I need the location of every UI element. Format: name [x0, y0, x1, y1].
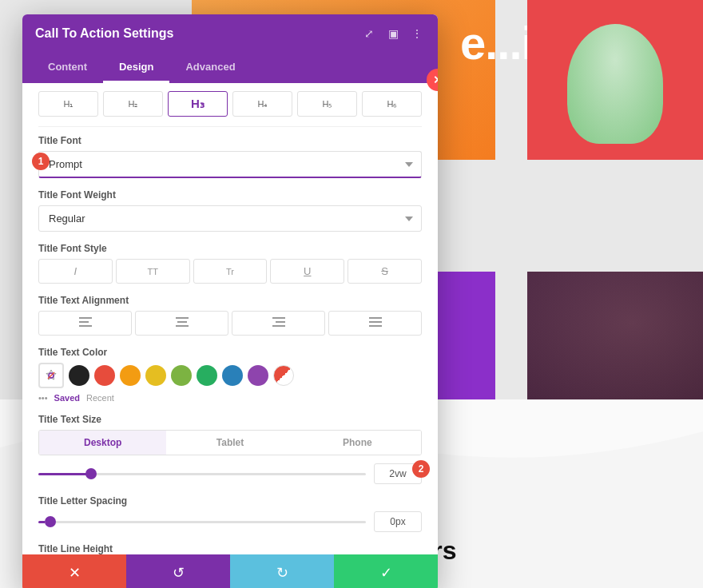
- modal-header: Call To Action Settings ⤢ ▣ ⋮: [22, 14, 438, 53]
- modal-tabs: Content Design Advanced: [22, 53, 438, 83]
- color-red[interactable]: [94, 365, 115, 386]
- title-font-select[interactable]: Prompt Roboto Open Sans: [38, 151, 422, 178]
- color-recent-tab[interactable]: Recent: [86, 393, 114, 403]
- title-letter-spacing-slider[interactable]: [38, 521, 366, 523]
- title-font-weight-select[interactable]: Regular Bold Light: [38, 205, 422, 232]
- title-font-weight-group: Title Font Weight Regular Bold Light: [38, 189, 422, 232]
- uppercase-button[interactable]: TT: [116, 259, 190, 284]
- color-dots-tab[interactable]: •••: [38, 393, 48, 403]
- tab-advanced[interactable]: Advanced: [169, 53, 251, 83]
- tab-content[interactable]: Content: [32, 53, 103, 83]
- svg-rect-8: [272, 325, 285, 327]
- color-orange[interactable]: [120, 365, 141, 386]
- title-font-style-label: Title Font Style: [38, 243, 422, 254]
- title-size-resp-tabs: Desktop Tablet Phone: [38, 430, 422, 455]
- svg-rect-5: [176, 325, 189, 327]
- title-letter-spacing-value: 0px: [374, 511, 422, 532]
- svg-rect-0: [79, 317, 92, 319]
- more-icon[interactable]: ⋮: [409, 26, 425, 42]
- color-row: [38, 363, 422, 388]
- expand-icon[interactable]: ⤢: [361, 26, 377, 42]
- badge-1: 1: [32, 153, 50, 170]
- title-text-size-label: Title Text Size: [38, 414, 422, 425]
- color-black[interactable]: [69, 365, 89, 386]
- title-text-alignment-group: Title Text Alignment: [38, 295, 422, 336]
- size-phone-tab[interactable]: Phone: [294, 431, 421, 455]
- ice-cream-visual: [567, 24, 663, 144]
- chocolate-image: [527, 272, 703, 399]
- svg-rect-9: [369, 317, 382, 319]
- h6-button[interactable]: H₆: [362, 91, 422, 117]
- title-text-color-label: Title Text Color: [38, 347, 422, 358]
- confirm-button[interactable]: ✓: [334, 554, 438, 588]
- title-line-height-group: Title Line Height Desktop Tablet Phone 2…: [38, 543, 422, 554]
- h4-button[interactable]: H₄: [232, 91, 292, 117]
- capitalize-button[interactable]: Tr: [193, 259, 268, 284]
- size-desktop-tab[interactable]: Desktop: [39, 431, 166, 455]
- badge-2: 2: [412, 460, 430, 478]
- strikethrough-button[interactable]: S: [348, 259, 422, 284]
- tab-design[interactable]: Design: [103, 53, 169, 83]
- panel-body: H₁ H₂ H₃ H₄ H₅ H₆ Title Font 1 Prompt Ro…: [22, 83, 438, 554]
- footer-bar: ✕ ↺ ↻ ✓: [22, 554, 438, 588]
- modal-title: Call To Action Settings: [35, 26, 173, 41]
- color-green-light[interactable]: [171, 365, 192, 386]
- ice-cream-image: [527, 0, 703, 160]
- color-green[interactable]: [197, 365, 217, 386]
- size-slider-row: 2vw: [38, 463, 422, 484]
- h1-button[interactable]: H₁: [38, 91, 98, 117]
- h5-button[interactable]: H₅: [297, 91, 357, 117]
- align-left-button[interactable]: [38, 311, 132, 336]
- align-justify-button[interactable]: [328, 311, 422, 336]
- title-size-slider[interactable]: [38, 473, 366, 475]
- color-tabs-row: ••• Saved Recent: [38, 393, 422, 403]
- h3-button[interactable]: H₃: [168, 91, 228, 117]
- divider-1: [38, 126, 422, 127]
- color-saved-tab[interactable]: Saved: [54, 393, 80, 403]
- call-to-action-settings-modal: Call To Action Settings ⤢ ▣ ⋮ Content De…: [22, 14, 438, 588]
- title-font-group: Title Font 1 Prompt Roboto Open Sans: [38, 135, 422, 178]
- align-center-button[interactable]: [135, 311, 228, 336]
- svg-rect-2: [79, 325, 92, 327]
- svg-rect-7: [276, 321, 285, 323]
- title-letter-spacing-group: Title Letter Spacing 0px: [38, 495, 422, 532]
- title-text-alignment-label: Title Text Alignment: [38, 295, 422, 306]
- color-picker-button[interactable]: [38, 363, 64, 388]
- align-buttons: [38, 311, 422, 336]
- svg-rect-4: [177, 321, 187, 323]
- size-tablet-tab[interactable]: Tablet: [166, 431, 293, 455]
- settings-icon[interactable]: ▣: [385, 26, 401, 42]
- modal-header-icons: ⤢ ▣ ⋮: [361, 26, 425, 42]
- h2-button[interactable]: H₂: [103, 91, 163, 117]
- svg-rect-1: [79, 321, 89, 323]
- svg-rect-6: [272, 317, 285, 319]
- title-text-size-group: Title Text Size Desktop Tablet Phone 2vw…: [38, 414, 422, 484]
- svg-rect-10: [369, 321, 382, 323]
- align-right-button[interactable]: [232, 311, 325, 336]
- color-purple[interactable]: [248, 365, 268, 386]
- chocolate-visual: [527, 272, 703, 399]
- color-yellow[interactable]: [145, 365, 166, 386]
- title-letter-spacing-label: Title Letter Spacing: [38, 495, 422, 507]
- color-diagonal[interactable]: [273, 365, 294, 386]
- cancel-button[interactable]: ✕: [22, 554, 126, 588]
- title-font-label: Title Font: [38, 135, 422, 146]
- title-font-weight-label: Title Font Weight: [38, 189, 422, 201]
- letter-spacing-slider-row: 0px: [38, 511, 422, 532]
- title-line-height-label: Title Line Height: [38, 543, 422, 554]
- heading-row: H₁ H₂ H₃ H₄ H₅ H₆: [38, 91, 422, 117]
- underline-button[interactable]: U: [270, 259, 344, 284]
- undo-button[interactable]: ↺: [126, 554, 230, 588]
- svg-rect-11: [369, 325, 382, 327]
- title-text-color-group: Title Text Color: [38, 347, 422, 403]
- svg-rect-3: [176, 317, 189, 319]
- redo-button[interactable]: ↻: [230, 554, 334, 588]
- italic-button[interactable]: I: [38, 259, 113, 284]
- color-blue[interactable]: [222, 365, 243, 386]
- style-buttons: I TT Tr U S: [38, 259, 422, 284]
- title-font-style-group: Title Font Style I TT Tr U S: [38, 243, 422, 284]
